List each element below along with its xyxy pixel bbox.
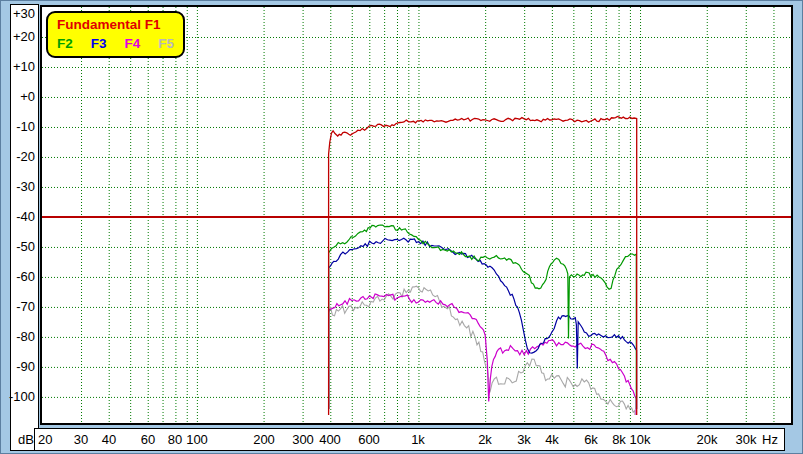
y-axis-unit: dB [18,432,34,447]
x-tick-label: 6k [584,432,598,447]
legend-item-f2: F2 [57,34,73,53]
legend-harmonics-row: F2 F3 F4 F5 [57,34,174,53]
x-axis-unit: Hz [762,432,778,447]
x-tick-label: 8k [612,432,626,447]
x-tick-label: 600 [358,432,380,447]
curve-f1 [329,116,637,415]
curve-f3 [329,238,637,409]
x-tick-label: 200 [253,432,275,447]
y-tick-label: +20 [13,30,35,44]
x-tick-label: 30 [74,432,88,447]
x-tick-label: 1k [411,432,425,447]
y-tick-label: -70 [16,300,35,314]
x-tick-label: 4k [545,432,559,447]
x-tick-label: 40 [102,432,116,447]
harmonic-distortion-chart [42,7,791,423]
y-tick-label: -100 [9,390,35,404]
x-tick-label: 300 [292,432,314,447]
y-axis: dB +30+20+10+0-10-20-30-40-50-60-70-80-9… [10,4,39,451]
legend-item-f3: F3 [91,34,107,53]
y-tick-label: -60 [16,270,35,284]
curve-f2 [329,225,637,409]
x-tick-label: 10k [630,432,651,447]
y-tick-label: +0 [20,90,35,104]
x-tick-label: 60 [141,432,155,447]
x-tick-label: 30k [736,432,757,447]
legend-item-f4: F4 [125,34,141,53]
x-tick-label: 100 [186,432,208,447]
spectrum-analyzer-window: dB +30+20+10+0-10-20-30-40-50-60-70-80-9… [0,0,803,454]
y-tick-label: -10 [16,120,35,134]
x-tick-label: 20 [38,432,52,447]
x-tick-label: 3k [517,432,531,447]
legend-fundamental-label: Fundamental F1 [57,15,174,34]
x-tick-label: 2k [478,432,492,447]
x-tick-label: 400 [319,432,341,447]
legend-item-f5: F5 [158,34,174,53]
y-tick-label: -30 [16,180,35,194]
y-tick-label: -20 [16,150,35,164]
y-tick-label: -90 [16,360,35,374]
plot-area[interactable] [40,5,793,425]
y-tick-label: -50 [16,240,35,254]
x-axis: Hz 20304060801002003004006001k2k3k4k6k8k… [34,428,785,451]
y-tick-label: +10 [13,60,35,74]
y-tick-label: +30 [13,7,35,21]
x-tick-label: 20k [697,432,718,447]
curve-f4 [329,294,636,415]
legend-box: Fundamental F1 F2 F3 F4 F5 [46,11,185,58]
y-tick-label: -80 [16,330,35,344]
y-tick-label: -40 [16,210,35,224]
x-tick-label: 80 [168,432,182,447]
curve-f5 [329,286,635,415]
